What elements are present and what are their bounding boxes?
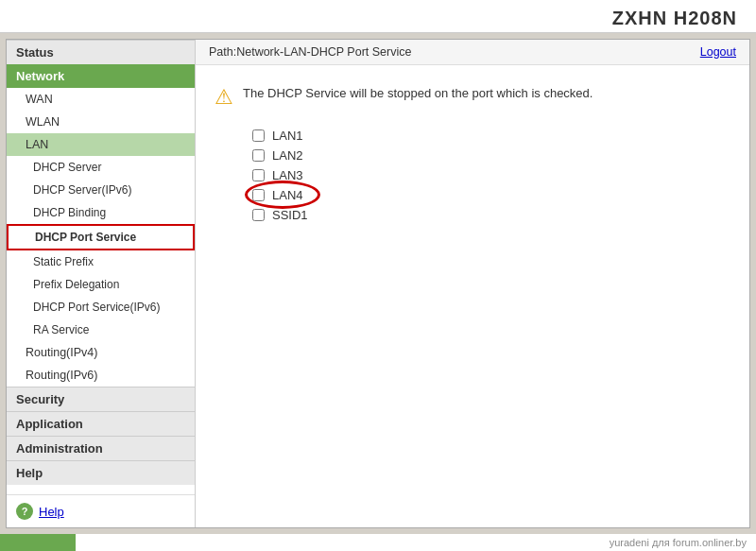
warning-icon: ⚠ <box>215 85 233 110</box>
path-text: Path:Network-LAN-DHCP Port Service <box>209 45 411 59</box>
sidebar-item-application[interactable]: Application <box>7 411 195 436</box>
sidebar-item-prefix-delegation[interactable]: Prefix Delegation <box>7 273 195 296</box>
sidebar-item-dhcp-port-service[interactable]: DHCP Port Service <box>7 224 195 250</box>
content-area: Status Network WAN WLAN LAN DHCP Server … <box>6 39 750 528</box>
lan2-label: LAN2 <box>272 148 303 163</box>
sidebar-item-dhcp-binding[interactable]: DHCP Binding <box>7 201 195 224</box>
sidebar-item-dhcp-server[interactable]: DHCP Server <box>7 156 195 179</box>
footer-bar: yuradeni для forum.onliner.by <box>0 534 756 551</box>
sidebar: Status Network WAN WLAN LAN DHCP Server … <box>7 40 196 527</box>
sidebar-item-help[interactable]: Help <box>7 460 195 485</box>
warning-box: ⚠ The DHCP Service will be stopped on th… <box>215 84 730 110</box>
sidebar-item-security[interactable]: Security <box>7 387 195 411</box>
lan4-wrapper: LAN4 <box>252 188 303 202</box>
lan4-checkbox[interactable] <box>252 189 265 201</box>
sidebar-item-routing-ipv4[interactable]: Routing(IPv4) <box>7 341 195 364</box>
lan4-label: LAN4 <box>272 188 303 202</box>
sidebar-item-static-prefix[interactable]: Static Prefix <box>7 250 195 273</box>
main-wrapper: Status Network WAN WLAN LAN DHCP Server … <box>0 33 756 551</box>
page-body: ⚠ The DHCP Service will be stopped on th… <box>196 65 749 527</box>
help-icon: ? <box>16 503 33 520</box>
top-bar: ZXHN H208N <box>0 0 756 33</box>
lan2-checkbox[interactable] <box>252 149 265 162</box>
list-item: LAN3 <box>252 168 730 182</box>
sidebar-item-lan[interactable]: LAN <box>7 133 195 156</box>
list-item: LAN2 <box>252 148 730 163</box>
ssid1-label: SSID1 <box>272 208 308 222</box>
sidebar-item-routing-ipv6[interactable]: Routing(IPv6) <box>7 364 195 387</box>
lan1-checkbox[interactable] <box>252 129 265 142</box>
sidebar-item-dhcp-port-service-ipv6[interactable]: DHCP Port Service(IPv6) <box>7 296 195 319</box>
warning-text: The DHCP Service will be stopped on the … <box>243 84 593 100</box>
help-section: ? Help <box>7 494 195 527</box>
sidebar-item-status[interactable]: Status <box>7 40 195 64</box>
logout-button[interactable]: Logout <box>700 45 736 59</box>
sidebar-item-administration[interactable]: Administration <box>7 436 195 460</box>
sidebar-item-wlan[interactable]: WLAN <box>7 111 195 133</box>
sidebar-item-dhcp-server-ipv6[interactable]: DHCP Server(IPv6) <box>7 179 195 201</box>
checkbox-list: LAN1 LAN2 LAN3 <box>252 129 730 222</box>
list-item: LAN1 <box>252 129 730 143</box>
lan1-label: LAN1 <box>272 129 303 143</box>
brand-title: ZXHN H208N <box>612 8 737 29</box>
lan3-label: LAN3 <box>272 168 303 182</box>
main-content: Path:Network-LAN-DHCP Port Service Logou… <box>196 40 749 527</box>
list-item: LAN4 <box>252 188 730 202</box>
footer-text: yuradeni для forum.onliner.by <box>610 537 747 548</box>
sidebar-item-ra-service[interactable]: RA Service <box>7 319 195 341</box>
sidebar-item-network[interactable]: Network <box>7 64 195 88</box>
lan3-checkbox[interactable] <box>252 169 265 181</box>
help-link[interactable]: Help <box>39 505 64 519</box>
path-bar: Path:Network-LAN-DHCP Port Service Logou… <box>196 40 749 65</box>
sidebar-item-wan[interactable]: WAN <box>7 88 195 111</box>
ssid1-checkbox[interactable] <box>252 209 265 221</box>
list-item: SSID1 <box>252 208 730 222</box>
